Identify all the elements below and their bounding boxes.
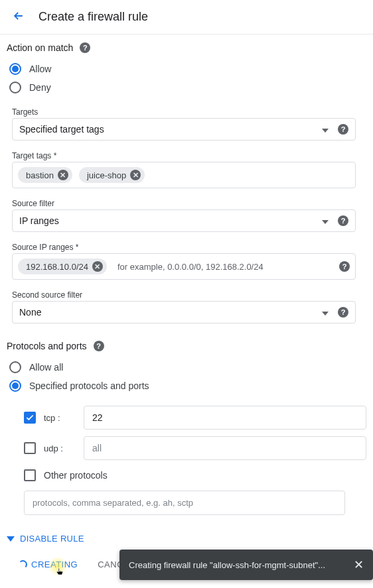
second-source-filter-select[interactable]: None ? (12, 301, 356, 323)
radio-icon (9, 82, 21, 93)
other-protocols-input[interactable] (24, 491, 345, 515)
back-arrow-icon[interactable] (12, 9, 25, 25)
second-source-filter-label: Second source filter (12, 290, 356, 300)
help-icon[interactable]: ? (80, 42, 90, 53)
chevron-down-icon (7, 536, 15, 542)
radio-icon (9, 361, 21, 373)
tcp-checkbox[interactable] (24, 412, 36, 424)
help-icon[interactable]: ? (338, 215, 348, 226)
target-tags-label: Target tags * (12, 151, 356, 160)
page-title: Create a firewall rule (38, 10, 148, 24)
toast-notification: Creating firewall rule "allow-ssh-for-mg… (119, 550, 373, 580)
udp-label: udp : (44, 443, 76, 453)
tcp-label: tcp : (44, 413, 76, 423)
source-ip-ranges-input[interactable]: 192.168.10.0/24 ✕ for example, 0.0.0.0/0… (12, 253, 356, 280)
action-on-match-label: Action on match ? (7, 42, 366, 53)
chip-remove-icon[interactable]: ✕ (130, 170, 141, 180)
radio-icon (9, 63, 21, 75)
udp-ports-input[interactable] (84, 436, 366, 460)
chip-remove-icon[interactable]: ✕ (92, 261, 103, 272)
help-icon[interactable]: ? (94, 341, 104, 351)
source-filter-label: Source filter (12, 199, 356, 208)
chevron-down-icon (322, 308, 329, 318)
radio-allow[interactable]: Allow (7, 60, 366, 78)
source-ip-ranges-label: Source IP ranges * (12, 243, 356, 252)
chevron-down-icon (322, 125, 329, 135)
target-tags-input[interactable]: bastion ✕ juice-shop ✕ (12, 162, 356, 188)
toast-message: Creating firewall rule "allow-ssh-for-mg… (129, 560, 325, 570)
tcp-ports-input[interactable] (84, 406, 366, 430)
targets-label: Targets (12, 107, 356, 117)
hint-text: for example, 0.0.0.0/0, 192.168.2.0/24 (117, 262, 263, 272)
protocols-ports-label: Protocols and ports ? (7, 341, 366, 351)
other-protocols-label: Other protocols (44, 470, 108, 481)
chip-ip-range: 192.168.10.0/24 ✕ (18, 259, 107, 274)
chevron-down-icon (322, 216, 329, 226)
help-icon[interactable]: ? (338, 307, 348, 318)
targets-select[interactable]: Specified target tags ? (12, 118, 356, 141)
disable-rule-toggle[interactable]: DISABLE RULE (7, 534, 366, 544)
toast-close-icon[interactable]: ✕ (354, 559, 364, 571)
chip-juice-shop: juice-shop ✕ (79, 167, 145, 183)
udp-checkbox[interactable] (24, 442, 36, 454)
help-icon[interactable]: ? (338, 124, 348, 135)
chip-remove-icon[interactable]: ✕ (58, 170, 68, 180)
radio-specified[interactable]: Specified protocols and ports (7, 377, 366, 395)
help-icon[interactable]: ? (339, 261, 350, 272)
radio-icon (9, 380, 21, 392)
spinner-icon (19, 560, 27, 569)
other-protocols-checkbox[interactable] (24, 469, 36, 481)
creating-button[interactable]: CREATING (19, 559, 78, 569)
radio-deny[interactable]: Deny (7, 78, 366, 97)
source-filter-select[interactable]: IP ranges ? (12, 209, 356, 232)
chip-bastion: bastion ✕ (18, 167, 72, 183)
radio-allow-all[interactable]: Allow all (7, 358, 366, 377)
